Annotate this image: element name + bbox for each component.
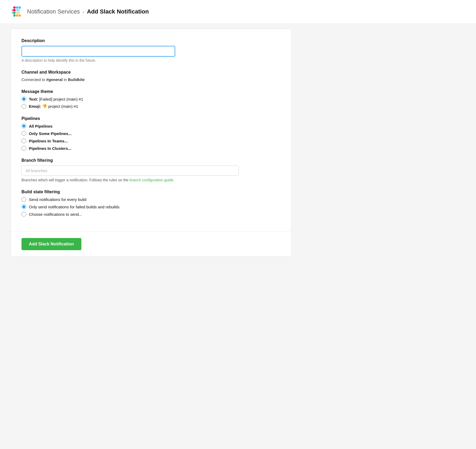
connected-text: Connected to #general in Buildkite [21,77,281,82]
connected-prefix: Connected to [21,77,46,82]
theme-text-prefix: Text: [29,97,38,101]
every-build-option[interactable]: Send notifications for every build [21,197,281,202]
page-header: Notification Services › Add Slack Notifi… [0,0,476,23]
failed-builds-radio[interactable] [21,204,26,209]
theme-emoji-label[interactable]: Emoji: 👎 project (main) #1 [29,104,78,109]
add-slack-notification-button[interactable]: Add Slack Notification [21,238,81,250]
description-input[interactable] [21,46,175,57]
description-label: Description [21,38,281,43]
svg-rect-11 [16,12,20,14]
svg-rect-3 [19,6,21,9]
theme-emoji-content: project (main) #1 [47,104,78,109]
workspace-name: Buildkite [68,77,85,82]
every-build-radio[interactable] [21,197,26,202]
choose-notifications-radio[interactable] [21,212,26,217]
card-footer: Add Slack Notification [11,231,291,257]
some-pipelines-option[interactable]: Only Some Pipelines... [21,131,281,136]
build-state-filtering-label: Build state filtering [21,190,281,194]
message-theme-radio-group: Text: [Failed] project (main) #1 Emoji: … [21,97,281,109]
branch-filtering-label: Branch filtering [21,158,281,163]
clusters-pipelines-option[interactable]: Pipelines In Clusters... [21,146,281,151]
teams-pipelines-label[interactable]: Pipelines In Teams... [29,139,68,143]
pipelines-label: Pipelines [21,116,281,121]
message-theme-label: Message theme [21,89,281,94]
svg-rect-0 [13,6,16,9]
breadcrumb: Notification Services › Add Slack Notifi… [27,8,149,15]
teams-pipelines-option[interactable]: Pipelines In Teams... [21,138,281,143]
choose-notifications-label[interactable]: Choose notifications to send... [29,212,82,217]
every-build-label[interactable]: Send notifications for every build [29,197,86,202]
theme-emoji-icon: 👎 [41,104,47,109]
theme-emoji-radio[interactable] [21,104,26,109]
breadcrumb-parent[interactable]: Notification Services [27,8,80,15]
slack-logo-icon [11,5,23,18]
branch-filtering-section: Branch filtering Branches which will tri… [21,158,281,182]
svg-rect-8 [12,9,16,11]
svg-rect-7 [19,14,21,17]
breadcrumb-current: Add Slack Notification [87,8,149,15]
card-body: Description A description to help identi… [11,29,291,231]
theme-text-content: [Failed] project (main) #1 [38,97,83,101]
failed-builds-label[interactable]: Only send notifications for failed build… [29,205,120,209]
clusters-pipelines-label[interactable]: Pipelines In Clusters... [29,146,71,151]
channel-workspace-section: Channel and Workspace Connected to #gene… [21,70,281,82]
theme-text-option[interactable]: Text: [Failed] project (main) #1 [21,97,281,101]
branch-hint: Branches which will trigger a notificati… [21,178,281,182]
choose-notifications-option[interactable]: Choose notifications to send... [21,212,281,217]
form-card: Description A description to help identi… [11,29,292,257]
clusters-pipelines-radio[interactable] [21,146,26,151]
some-pipelines-radio[interactable] [21,131,26,136]
svg-rect-5 [13,14,16,17]
all-pipelines-option[interactable]: All Pipelines [21,124,281,128]
channel-name: #general [46,77,63,82]
theme-emoji-prefix: Emoji: [29,104,41,109]
branch-config-guide-link[interactable]: branch configuration guide [130,178,173,182]
theme-text-radio[interactable] [21,97,26,101]
channel-workspace-label: Channel and Workspace [21,70,281,75]
in-text: in [63,77,68,82]
pipelines-radio-group: All Pipelines Only Some Pipelines... Pip… [21,124,281,151]
theme-emoji-option[interactable]: Emoji: 👎 project (main) #1 [21,104,281,109]
breadcrumb-separator: › [82,9,84,15]
main-content: Description A description to help identi… [0,23,476,267]
description-hint: A description to help identify this in t… [21,58,281,62]
theme-text-label[interactable]: Text: [Failed] project (main) #1 [29,97,83,101]
branch-hint-suffix: . [173,178,174,182]
svg-rect-2 [16,6,18,9]
message-theme-section: Message theme Text: [Failed] project (ma… [21,89,281,109]
svg-rect-10 [12,12,16,14]
description-section: Description A description to help identi… [21,38,281,62]
all-pipelines-radio[interactable] [21,124,26,128]
svg-rect-9 [16,9,20,11]
branch-filtering-input[interactable] [21,165,239,176]
build-state-filtering-section: Build state filtering Send notifications… [21,190,281,217]
some-pipelines-label[interactable]: Only Some Pipelines... [29,131,72,136]
svg-rect-6 [16,14,18,17]
branch-hint-prefix: Branches which will trigger a notificati… [21,178,130,182]
failed-builds-option[interactable]: Only send notifications for failed build… [21,204,281,209]
teams-pipelines-radio[interactable] [21,138,26,143]
pipelines-section: Pipelines All Pipelines Only Some Pipeli… [21,116,281,151]
all-pipelines-label[interactable]: All Pipelines [29,124,52,128]
build-state-radio-group: Send notifications for every build Only … [21,197,281,217]
